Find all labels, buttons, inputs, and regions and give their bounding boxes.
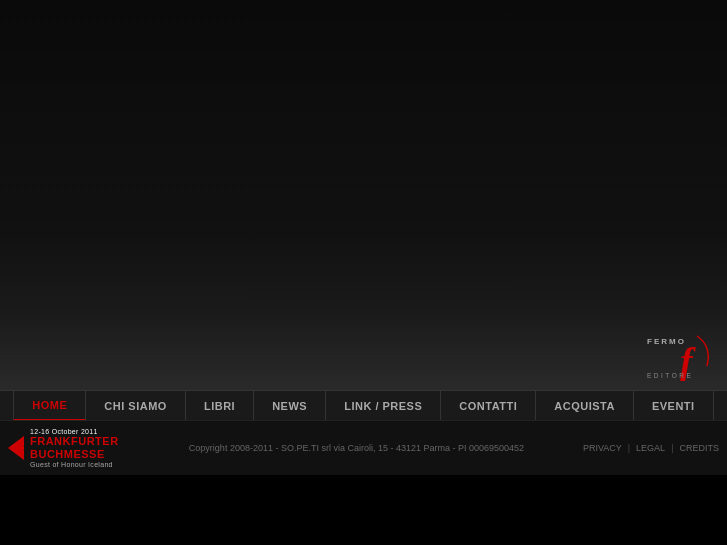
brand-logo: FERMO f EDITORE [642,326,722,385]
nav-item-libri[interactable]: LIBRI [186,391,254,421]
footer-link-separator: | [628,443,630,453]
footer-links: PRIVACY|LEGAL|CREDITS [583,443,727,453]
footer-link-privacy[interactable]: PRIVACY [583,443,622,453]
main-content-area: FERMO f EDITORE [0,0,727,390]
footer-link-legal[interactable]: LEGAL [636,443,665,453]
nav-item-linkpress[interactable]: LINK / PRESS [326,391,441,421]
footer-bar: 12-16 October 2011 FRANKFURTER BUCHMESSE… [0,420,727,475]
footer-link-separator: | [671,443,673,453]
frankfurt-arrow-icon [8,436,24,460]
frankfurt-subtitle: Guest of Honour Iceland [30,461,119,468]
navigation-bar: HOMECHI SIAMOLIBRINEWSLINK / PRESSCONTAT… [0,390,727,420]
frankfurt-text: 12-16 October 2011 FRANKFURTER BUCHMESSE… [30,428,119,467]
nav-items-container: HOMECHI SIAMOLIBRINEWSLINK / PRESSCONTAT… [13,391,713,420]
frankfurt-logo: 12-16 October 2011 FRANKFURTER BUCHMESSE… [0,423,130,472]
svg-text:EDITORE: EDITORE [647,372,693,379]
frankfurt-dates: 12-16 October 2011 [30,428,119,435]
nav-item-news[interactable]: NEWS [254,391,326,421]
copyright-text: Copyright 2008-2011 - SO.PE.TI srl via C… [130,443,583,453]
nav-item-acquista[interactable]: ACQUISTA [536,391,634,421]
nav-item-chisiamo[interactable]: CHI SIAMO [86,391,186,421]
frankfurt-name: FRANKFURTER BUCHMESSE [30,435,119,459]
nav-item-eventi[interactable]: EVENTI [634,391,714,421]
nav-item-home[interactable]: HOME [13,391,86,421]
footer-link-credits[interactable]: CREDITS [679,443,719,453]
nav-item-contatti[interactable]: CONTATTI [441,391,536,421]
